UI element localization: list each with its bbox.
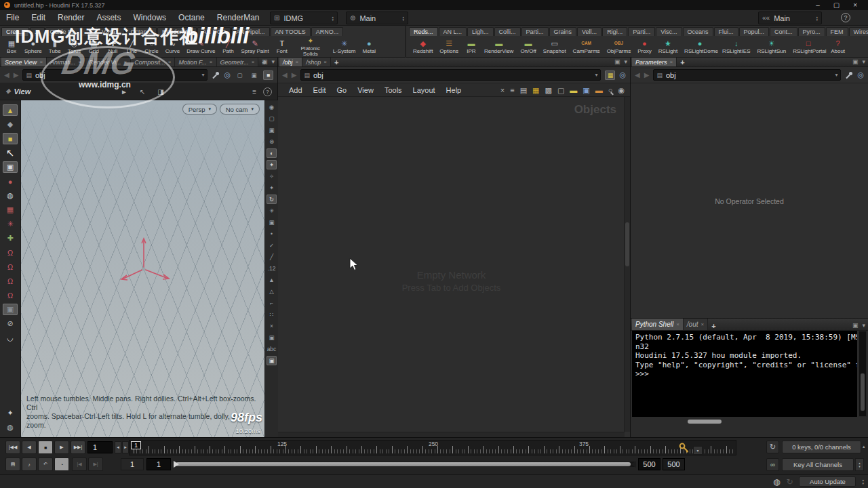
keys-summary-button[interactable]: 0 keys, 0/0 channels (782, 441, 861, 453)
minimize-button[interactable]: – (816, 1, 820, 9)
camparms-tool[interactable]: CAM CamParms (570, 37, 604, 58)
pane-menu-icon[interactable]: ▾ (624, 58, 627, 65)
back-icon[interactable]: ◀ (282, 71, 288, 79)
range-handle-right[interactable] (631, 461, 636, 468)
dashed-outline-icon[interactable]: ∷ (267, 310, 277, 319)
menu-item[interactable]: Go (332, 86, 353, 94)
pane-window-icon[interactable]: ▣ (852, 322, 859, 329)
no-selection-icon[interactable]: ⊘ (3, 318, 18, 329)
hand-icon[interactable]: ✦ (3, 407, 18, 419)
close-button[interactable]: × (853, 1, 857, 9)
dark-camera-icon[interactable]: ▣ (3, 304, 18, 315)
close-tab-icon[interactable]: × (701, 321, 705, 327)
point-numbers-icon[interactable]: .12 (267, 264, 277, 273)
renderview-tool[interactable]: ▬ RenderView (481, 37, 517, 58)
bowl-icon[interactable]: ◡ (3, 332, 18, 344)
pane-menu-icon[interactable]: ▾ (271, 58, 275, 65)
rslightsun-tool[interactable]: ☀ RSLightSun (753, 37, 789, 58)
shelf-tab[interactable]: Wires (849, 27, 868, 36)
range-start-field[interactable]: 1 (146, 458, 171, 470)
material-update-icon[interactable]: ↻ (267, 195, 277, 204)
realtime-icon[interactable]: ◔ (54, 458, 69, 471)
camera-selector[interactable]: No cam▾ (220, 104, 260, 115)
shelf-tab[interactable]: Ligh... (467, 27, 494, 36)
back-icon[interactable]: ◀ (635, 71, 640, 79)
add-pane-tab-button[interactable]: + (708, 322, 719, 330)
grid-display-icon[interactable]: ▩ (545, 86, 552, 94)
pane-tab[interactable]: Motion F...× (175, 58, 216, 66)
back-icon[interactable]: ◀ (4, 71, 9, 79)
list-view-icon[interactable]: ▤ (520, 86, 527, 94)
select-arrow-icon[interactable]: ↖ (3, 147, 18, 159)
view-mode-label[interactable]: ✥ View (5, 87, 31, 96)
network-vertical-scrollbar[interactable] (624, 97, 630, 432)
ruler-icon[interactable]: ⌐ (267, 298, 277, 308)
magnet-c-icon[interactable]: Ω (3, 275, 18, 287)
crate-icon[interactable]: ▬ (595, 86, 603, 94)
high-quality-light-icon[interactable]: ✦ (267, 183, 277, 192)
close-tab-icon[interactable]: × (296, 59, 299, 65)
network-tools-icon[interactable]: × (500, 86, 505, 94)
python-horizontal-scrollbar[interactable] (632, 418, 857, 425)
shading-mode-icon[interactable]: ◐ (267, 148, 277, 158)
scatter-brush-icon[interactable]: ✳ (3, 218, 18, 230)
python-console[interactable]: Python 2.7.15 (default, Apr 8 2019, 15:3… (632, 331, 857, 417)
menu-item[interactable]: Edit (25, 13, 52, 22)
add-pane-tab-button[interactable]: + (677, 58, 688, 66)
pane-window-icon[interactable]: ▣ (852, 58, 859, 65)
rslighties-tool[interactable]: ↓ RSLightIES (719, 37, 753, 58)
pane-tab[interactable]: /shop× (302, 58, 331, 66)
network-canvas[interactable]: Objects Empty Network Press Tab to Add O… (278, 97, 625, 432)
close-tab-icon[interactable]: × (39, 59, 43, 65)
shelf-tab[interactable]: Rigi... (602, 27, 627, 36)
pin-icon[interactable] (212, 71, 220, 79)
close-tab-icon[interactable]: × (676, 321, 679, 327)
pane-tab[interactable]: Scene View× (1, 58, 47, 66)
menu-item[interactable]: RenderMan (211, 13, 266, 22)
viewport-help-icon[interactable]: ? (263, 87, 272, 96)
menu-item[interactable]: File (0, 13, 25, 22)
auto-update-spinner[interactable]: ▴▾ (862, 479, 864, 485)
current-frame-field[interactable]: 1 (87, 441, 113, 453)
redshift-tool[interactable]: ◆ Redshift (410, 37, 436, 58)
path-dropdown-icon[interactable]: ▾ (835, 72, 837, 78)
viewport[interactable]: Persp▾ No cam▾ Left mouse tumbles. Middl… (21, 100, 264, 437)
desktop-selector[interactable]: ⊕ Main ▴▾ (346, 12, 408, 24)
shelf-tab[interactable]: Popul... (739, 27, 770, 36)
step-back-button[interactable]: ◂ (115, 441, 121, 453)
hide-occluded-icon[interactable]: ◉ (267, 102, 277, 112)
lighting-icon[interactable]: ✦ (267, 160, 277, 169)
sync-icon[interactable]: ↻ (786, 477, 793, 487)
select-objects-icon[interactable]: ■ (3, 133, 18, 144)
shelf-tab[interactable]: Flui... (714, 27, 738, 36)
globe-icon[interactable]: ◍ (3, 422, 18, 433)
key-icon[interactable] (679, 443, 690, 453)
single-pane-icon[interactable]: ▢ (235, 70, 245, 80)
view-snapshot-icon[interactable]: ▣ (267, 356, 277, 365)
rslight-tool[interactable]: ★ RSLight (655, 37, 681, 58)
box-brush-icon[interactable]: ▦ (3, 204, 18, 216)
range-end-field[interactable]: 500 (638, 458, 660, 470)
path-dropdown-icon[interactable]: ▾ (201, 72, 204, 78)
palette-icon[interactable]: ▦ (532, 86, 539, 94)
python-vertical-scrollbar[interactable] (859, 331, 867, 417)
parameters-path-input[interactable]: ▤ obj ▾ (653, 69, 841, 81)
about-tool[interactable]: ? About (827, 37, 848, 58)
pin-icon[interactable] (845, 71, 853, 79)
network-path-input[interactable]: ▤ obj ▾ (300, 69, 601, 81)
rslightdome-tool[interactable]: ● RSLightDome (681, 37, 719, 58)
text-overlay-icon[interactable]: abc (267, 344, 277, 354)
keys-expand-icon[interactable]: ▴ (863, 444, 865, 449)
view-type-selector[interactable]: Persp▾ (182, 104, 217, 115)
background-image-icon[interactable]: ▣ (583, 86, 589, 94)
hook-display-icon[interactable]: ✓ (267, 241, 277, 250)
shelf-tab[interactable]: Vell... (577, 27, 601, 36)
frame-icon[interactable]: ▢ (557, 86, 564, 94)
quad-pane-icon[interactable]: ▣ (249, 70, 259, 80)
next-key-button[interactable]: ▶| (88, 458, 103, 471)
pane-window-icon[interactable]: ▣ (614, 58, 620, 65)
close-tab-icon[interactable]: × (210, 59, 213, 65)
shelf-tab[interactable]: Cont... (770, 27, 797, 36)
platonic-solids-tool[interactable]: ✦ Platonic Solids (292, 37, 330, 58)
frame-range-slider[interactable] (174, 458, 636, 470)
